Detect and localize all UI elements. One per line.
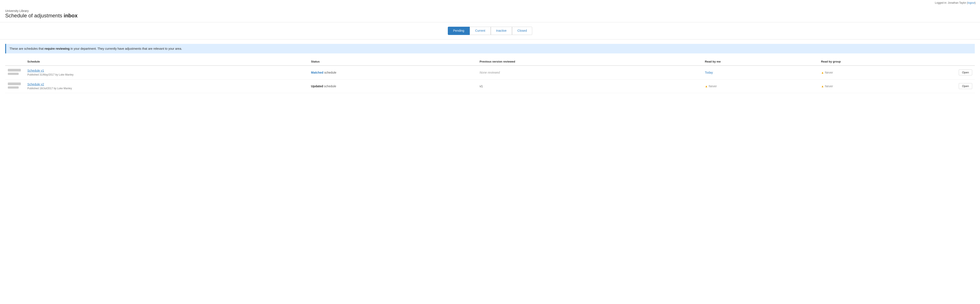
schedule-cell: Schedule v1 Published 31/May/2017 by Luk… — [25, 66, 308, 80]
blurred-label-4 — [8, 86, 19, 89]
warning-icon-2: ▲ — [705, 85, 708, 88]
schedule-name-link-2[interactable]: Schedule v2 — [27, 83, 306, 86]
warning-icon-3: ▲ — [821, 85, 824, 88]
previous-version-value-2: v1 — [480, 85, 483, 88]
status-matched: Matched — [311, 71, 323, 74]
schedule-meta-2: Published 18/Jul/2017 by Luke Manley — [27, 87, 72, 90]
col-previous-version: Previous version reviewed — [477, 58, 702, 66]
action-cell-2: Open — [956, 79, 975, 93]
open-button-row2[interactable]: Open — [959, 83, 972, 89]
status-text: schedule — [323, 71, 336, 74]
warning-icon: ▲ — [821, 71, 824, 74]
page-header: University Library Schedule of adjustmen… — [0, 6, 980, 22]
tab-closed[interactable]: Closed — [512, 27, 532, 35]
read-by-group-cell: ▲Never — [818, 66, 956, 80]
schedule-meta: Published 31/May/2017 by Luke Manley — [27, 73, 73, 76]
schedule-cell-2: Schedule v2 Published 18/Jul/2017 by Luk… — [25, 79, 308, 93]
banner-text-prefix: These are schedules that — [10, 47, 45, 50]
blurred-label-1 — [8, 69, 21, 72]
page-title-bold: inbox — [64, 13, 78, 18]
sidebar-cell — [5, 66, 25, 80]
tab-inactive[interactable]: Inactive — [491, 27, 512, 35]
banner-text-bold: require reviewing — [45, 47, 70, 50]
table-row: Schedule v1 Published 31/May/2017 by Luk… — [5, 66, 975, 80]
status-updated: Updated — [311, 85, 323, 88]
org-name: University Library — [5, 9, 975, 13]
status-text-2: schedule — [323, 85, 336, 88]
logout-link[interactable]: logout — [967, 1, 975, 4]
info-banner: These are schedules that require reviewi… — [5, 44, 975, 53]
col-read-by-me: Read by me — [702, 58, 818, 66]
logged-in-text: Logged in: Jonathan Taylor ( — [935, 1, 967, 4]
col-sidebar — [5, 58, 25, 66]
read-by-me-cell-2: ▲Never — [702, 79, 818, 93]
read-by-me-value-2: Never — [709, 85, 717, 88]
top-bar: Logged in: Jonathan Taylor (logout) — [0, 0, 980, 6]
read-by-group-cell-2: ▲Never — [818, 79, 956, 93]
schedules-table: Schedule Status Previous version reviewe… — [5, 58, 975, 93]
open-button-row1[interactable]: Open — [959, 69, 972, 75]
tab-pending[interactable]: Pending — [448, 27, 470, 35]
status-cell-2: Updated schedule — [308, 79, 477, 93]
schedule-name-link[interactable]: Schedule v1 — [27, 69, 306, 72]
col-read-by-group: Read by group — [818, 58, 956, 66]
previous-version-cell: None reviewed — [477, 66, 702, 80]
col-status: Status — [308, 58, 477, 66]
read-by-group-value: Never — [825, 71, 833, 74]
blurred-label-3 — [8, 83, 21, 85]
tab-current[interactable]: Current — [470, 27, 491, 35]
previous-version-cell-2: v1 — [477, 79, 702, 93]
sidebar-cell-2 — [5, 79, 25, 93]
read-by-me-cell: Today — [702, 66, 818, 80]
banner-text-suffix: in your department. They currently have … — [70, 47, 182, 50]
previous-version-value: None reviewed — [480, 71, 500, 74]
action-cell: Open — [956, 66, 975, 80]
table-container: Schedule Status Previous version reviewe… — [0, 58, 980, 93]
table-header-row: Schedule Status Previous version reviewe… — [5, 58, 975, 66]
col-schedule: Schedule — [25, 58, 308, 66]
blurred-label-2 — [8, 73, 19, 75]
page-title: Schedule of adjustments inbox — [5, 13, 975, 19]
col-action — [956, 58, 975, 66]
read-by-group-value-2: Never — [825, 85, 833, 88]
tabs-container: Pending Current Inactive Closed — [0, 22, 980, 40]
status-cell: Matched schedule — [308, 66, 477, 80]
page-title-prefix: Schedule of adjustments — [5, 13, 64, 18]
table-row: Schedule v2 Published 18/Jul/2017 by Luk… — [5, 79, 975, 93]
read-by-me-value: Today — [705, 71, 713, 74]
